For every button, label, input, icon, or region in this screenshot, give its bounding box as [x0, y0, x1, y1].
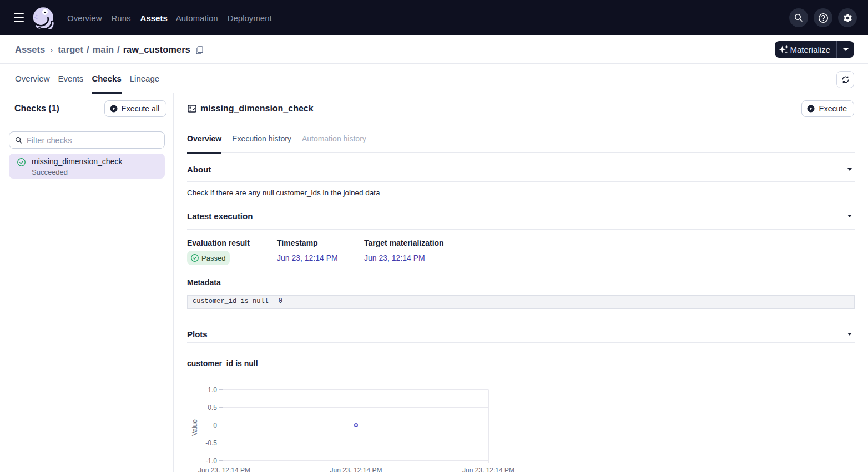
- svg-text:0.5: 0.5: [208, 404, 217, 412]
- svg-text:-1.0: -1.0: [205, 457, 217, 465]
- svg-text:Jun 23, 12:14 PM: Jun 23, 12:14 PM: [462, 466, 514, 472]
- svg-text:Jun 23, 12:14 PM: Jun 23, 12:14 PM: [330, 466, 382, 472]
- svg-text:0: 0: [213, 422, 217, 429]
- svg-text:Jun 23, 12:14 PM: Jun 23, 12:14 PM: [198, 466, 250, 472]
- svg-text:-0.5: -0.5: [205, 439, 217, 447]
- svg-text:Value: Value: [191, 419, 199, 436]
- svg-text:1.0: 1.0: [208, 386, 217, 394]
